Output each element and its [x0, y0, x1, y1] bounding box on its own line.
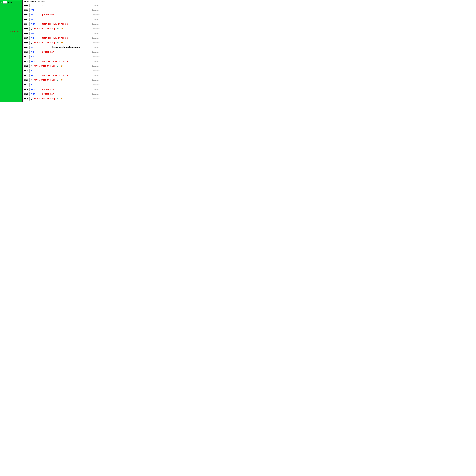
code-line[interactable]: 0014MPPComment [24, 68, 101, 73]
line-marker [30, 50, 30, 54]
line-number: 0001 [24, 9, 29, 11]
line-comment[interactable]: Comment [92, 28, 101, 30]
code-content[interactable]: ANDN Q_MOTOR_FWD [31, 88, 92, 90]
code-token: MOTOR_SPEED_PV_FREQ [34, 42, 55, 44]
rung-title-comment[interactable]: Comment [37, 0, 45, 2]
line-marker [30, 4, 30, 7]
line-comment[interactable]: Comment [92, 56, 101, 58]
code-line[interactable]: 0015AND MOTOR_REV_SLOW_ON_TIME.QComment [24, 73, 101, 78]
line-comment[interactable]: Comment [92, 60, 101, 62]
code-line[interactable]: 0007AND MOTOR_FWD_SLOW_ON_TIME.QComment [24, 36, 101, 40]
line-number: 0012 [24, 60, 29, 62]
rung-title[interactable]: Motor Speed [24, 0, 36, 2]
code-content[interactable]: [ MOTOR_SPEED_PV_FREQ := 20 ] [31, 65, 92, 67]
code-content[interactable]: MPS [31, 9, 92, 11]
line-marker [30, 32, 30, 35]
code-token: MPP [31, 70, 34, 72]
code-content[interactable]: [ MOTOR_SPEED_PV_FREQ := 50 ] [31, 42, 92, 44]
line-comment[interactable]: Comment [92, 51, 101, 53]
line-marker [30, 60, 30, 63]
line-number: 0017 [24, 84, 29, 86]
code-token: := [55, 79, 59, 81]
line-comment[interactable]: Comment [92, 88, 101, 90]
code-token: AND [31, 51, 42, 53]
line-comment[interactable]: Comment [92, 23, 101, 25]
code-content[interactable]: ANDN MOTOR_FWD_SLOW_ON_TIME.Q [31, 23, 92, 25]
code-line[interactable]: 0004ANDN MOTOR_FWD_SLOW_ON_TIME.QComment [24, 22, 101, 26]
code-line[interactable]: 0017MPPComment [24, 82, 101, 87]
code-line[interactable]: 0020[ MOTOR_SPEED_PV_FREQ := 0 ]Comment [24, 96, 101, 101]
line-comment[interactable]: Comment [92, 42, 101, 44]
code-content[interactable]: MPP [31, 84, 92, 86]
line-comment[interactable]: Comment [92, 18, 101, 20]
code-token: MPS [31, 18, 34, 20]
code-line[interactable]: 0012ANDN MOTOR_REV_SLOW_ON_TIME.QComment [24, 59, 101, 64]
code-token: MRD [31, 46, 34, 49]
code-content[interactable]: [ MOTOR_SPEED_PV_FREQ := 0 ] [31, 98, 92, 100]
code-content[interactable]: AND Q_MOTOR_FWD [31, 14, 92, 16]
code-token: ] [63, 65, 67, 67]
line-comment[interactable]: Comment [92, 37, 101, 39]
line-marker [30, 83, 30, 86]
rung-enabled-checkbox[interactable]: ✓ [0, 1, 2, 3]
language-select[interactable]: IL ▼ [3, 1, 7, 3]
code-content[interactable]: [ MOTOR_SPEED_PV_FREQ := 50 ] [31, 79, 92, 81]
code-content[interactable]: MPS [31, 56, 92, 58]
code-content[interactable]: [ MOTOR_SPEED_PV_FREQ := 20 ] [31, 28, 92, 30]
line-marker [30, 55, 30, 59]
code-content[interactable]: ANDN Q_MOTOR_REV [31, 93, 92, 95]
code-token: [ [31, 98, 34, 100]
line-number: 0019 [24, 93, 29, 95]
code-token: MOTOR_REV_SLOW_ON_TIME.Q [42, 60, 68, 62]
code-line[interactable]: 0008[ MOTOR_SPEED_PV_FREQ := 50 ]Comment [24, 40, 101, 45]
code-line[interactable]: 0016[ MOTOR_SPEED_PV_FREQ := 50 ]Comment [24, 78, 101, 82]
line-comment[interactable]: Comment [92, 9, 101, 11]
code-token: MPS [31, 56, 34, 58]
code-line[interactable]: 0010AND Q_MOTOR_REVComment [24, 50, 101, 54]
code-content[interactable]: AND MOTOR_FWD_SLOW_ON_TIME.Q [31, 37, 92, 39]
line-comment[interactable]: Comment [92, 4, 101, 6]
code-content[interactable]: AND Q_MOTOR_REV [31, 51, 92, 53]
code-token: Q_MOTOR_REV [42, 51, 54, 53]
line-comment[interactable]: Comment [92, 65, 101, 67]
line-comment[interactable]: Comment [92, 32, 101, 34]
line-number: 0009 [24, 46, 29, 49]
code-token: ANDN [31, 60, 42, 62]
line-comment[interactable]: Comment [92, 93, 101, 95]
line-comment[interactable]: Comment [92, 98, 101, 100]
line-marker [30, 22, 30, 26]
code-line[interactable]: 0019ANDN Q_MOTOR_REVComment [24, 92, 101, 96]
code-content[interactable]: ANDN MOTOR_REV_SLOW_ON_TIME.Q [31, 60, 92, 62]
code-line[interactable]: 0002AND Q_MOTOR_FWDComment [24, 12, 101, 17]
code-line[interactable]: 0000LD 1Comment [24, 3, 101, 8]
code-line[interactable]: 0013[ MOTOR_SPEED_PV_FREQ := 20 ]Comment [24, 64, 101, 68]
code-token: MOTOR_SPEED_PV_FREQ [34, 79, 55, 81]
code-content[interactable]: AND MOTOR_REV_SLOW_ON_TIME.Q [31, 74, 92, 76]
code-token: ] [63, 79, 67, 81]
code-token: MPP [31, 32, 34, 34]
code-token: := [55, 42, 59, 44]
line-comment[interactable]: Comment [92, 74, 101, 76]
rung-name[interactable]: Rung11 [7, 1, 15, 3]
code-line[interactable]: 0001MPSComment [24, 8, 101, 12]
line-comment[interactable]: Comment [92, 84, 101, 86]
code-line[interactable]: 0006MPPComment [24, 31, 101, 36]
code-line[interactable]: 0018ANDN Q_MOTOR_FWDComment [24, 87, 101, 92]
line-comment[interactable]: Comment [92, 79, 101, 81]
line-comment[interactable]: Comment [92, 14, 101, 16]
code-content[interactable]: LD 1 [31, 4, 92, 6]
line-marker [30, 97, 30, 101]
code-content[interactable]: MPS [31, 18, 92, 20]
code-token: 1 [42, 4, 43, 6]
line-comment[interactable]: Comment [92, 46, 101, 49]
line-number: 0020 [24, 98, 29, 100]
code-token: MOTOR_SPEED_PV_FREQ [34, 65, 55, 67]
code-line[interactable]: 0005[ MOTOR_SPEED_PV_FREQ := 20 ]Comment [24, 26, 101, 31]
line-comment[interactable]: Comment [92, 70, 101, 72]
code-content[interactable]: MPP [31, 70, 92, 72]
code-line[interactable]: 0003MPSComment [24, 17, 101, 22]
line-number: 0006 [24, 32, 29, 34]
code-line[interactable]: 0011MPSComment [24, 54, 101, 59]
code-content[interactable]: MPP [31, 32, 92, 34]
language-value: IL [3, 1, 5, 3]
